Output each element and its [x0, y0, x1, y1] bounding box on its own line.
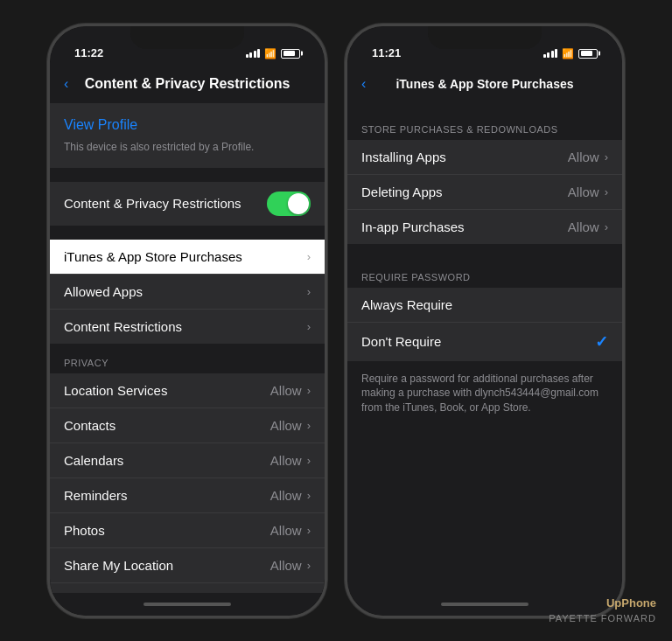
battery-icon — [578, 49, 598, 59]
battery-icon — [281, 49, 300, 59]
calendars-label: Calendars — [64, 453, 270, 468]
contacts-row[interactable]: Contacts Allow › — [50, 408, 325, 443]
signal-icon — [246, 49, 261, 58]
chevron-icon: › — [307, 454, 311, 467]
chevron-icon: › — [307, 489, 311, 502]
signal-icon — [543, 49, 558, 58]
watermark: UpPhone PAYETTE FORWARD — [549, 596, 656, 625]
installing-apps-value: Allow — [568, 150, 599, 164]
checkmark-icon: ✓ — [595, 332, 608, 352]
dont-require-label: Don't Require — [361, 334, 595, 349]
inapp-purchases-value: Allow — [568, 219, 599, 234]
toggle-knob — [288, 193, 309, 214]
allowed-apps-label: Allowed Apps — [64, 284, 307, 299]
main-items-group: iTunes & App Store Purchases › Allowed A… — [50, 240, 325, 344]
deleting-apps-value: Allow — [568, 185, 599, 199]
always-require-label: Always Require — [361, 297, 608, 312]
inapp-purchases-row[interactable]: In-app Purchases Allow › — [347, 210, 622, 244]
chevron-icon: › — [307, 419, 311, 432]
time-left: 11:22 — [74, 46, 103, 59]
share-location-label: Share My Location — [64, 558, 270, 573]
page-title-right: iTunes & App Store Purchases — [396, 77, 573, 91]
page-title-left: Content & Privacy Restrictions — [85, 76, 290, 92]
chevron-icon: › — [605, 185, 608, 199]
itunes-purchases-row[interactable]: iTunes & App Store Purchases › — [50, 240, 325, 275]
contacts-label: Contacts — [64, 418, 270, 433]
content-restrictions-label: Content Restrictions — [64, 319, 307, 334]
location-value: Allow — [270, 383, 302, 398]
chevron-icon: › — [307, 285, 311, 298]
calendars-row[interactable]: Calendars Allow › — [50, 443, 325, 478]
status-icons-right: 📶 — [543, 48, 598, 59]
restrictions-toggle[interactable] — [267, 192, 311, 216]
contacts-value: Allow — [270, 418, 302, 433]
wifi-icon: 📶 — [264, 48, 276, 59]
itunes-purchases-label: iTunes & App Store Purchases — [64, 249, 307, 264]
restrictions-toggle-row[interactable]: Content & Privacy Restrictions — [50, 182, 325, 226]
screen-right: 11:21 📶 ‹ — [347, 26, 622, 616]
location-label: Location Services — [64, 383, 270, 398]
wifi-icon: 📶 — [562, 48, 574, 59]
watermark-bottom: PAYETTE FORWARD — [549, 612, 656, 625]
back-button-left[interactable]: ‹ — [64, 76, 68, 92]
notch-left — [130, 26, 244, 49]
dont-require-row[interactable]: Don't Require ✓ — [347, 323, 622, 361]
phone-left: 11:22 📶 ‹ — [47, 24, 327, 618]
chevron-icon: › — [307, 384, 311, 397]
deleting-apps-row[interactable]: Deleting Apps Allow › — [347, 175, 622, 210]
photos-value: Allow — [270, 523, 302, 538]
chevron-icon: › — [307, 320, 311, 333]
chevron-back-icon: ‹ — [361, 76, 366, 92]
restrictions-label: Content & Privacy Restrictions — [64, 196, 267, 211]
back-button-right[interactable]: ‹ — [361, 76, 366, 92]
privacy-header: PRIVACY — [50, 344, 325, 373]
privacy-items-group: Location Services Allow › Contacts Allow… — [50, 373, 325, 593]
time-right: 11:21 — [372, 46, 401, 59]
installing-apps-row[interactable]: Installing Apps Allow › — [347, 140, 622, 175]
status-icons-left: 📶 — [246, 48, 301, 59]
profile-description: This device is also restricted by a Prof… — [64, 141, 254, 153]
installing-apps-label: Installing Apps — [361, 150, 568, 164]
screen-left: 11:22 📶 ‹ — [50, 26, 325, 616]
chevron-icon: › — [307, 524, 311, 537]
chevron-icon: › — [605, 220, 608, 233]
photos-row[interactable]: Photos Allow › — [50, 513, 325, 548]
share-location-value: Allow — [270, 558, 302, 573]
password-note: Require a password for additional purcha… — [347, 361, 622, 426]
content-restrictions-row[interactable]: Content Restrictions › — [50, 310, 325, 344]
phone-right: 11:21 📶 ‹ — [345, 24, 625, 618]
location-services-row[interactable]: Location Services Allow › — [50, 373, 325, 408]
settings-content-left: View Profile This device is also restric… — [50, 103, 325, 593]
calendars-value: Allow — [270, 453, 302, 468]
store-header: STORE PURCHASES & REDOWNLOADS — [347, 110, 622, 140]
bluetooth-sharing-row[interactable]: Bluetooth Sharing Allow › — [50, 583, 325, 593]
always-require-row[interactable]: Always Require — [347, 288, 622, 323]
settings-content-right: STORE PURCHASES & REDOWNLOADS Installing… — [347, 103, 622, 593]
home-indicator-left — [50, 593, 325, 616]
password-items-group: Always Require Don't Require ✓ — [347, 288, 622, 361]
reminders-label: Reminders — [64, 488, 270, 503]
share-location-row[interactable]: Share My Location Allow › — [50, 548, 325, 583]
chevron-icon: › — [307, 250, 311, 263]
view-profile-link[interactable]: View Profile — [64, 117, 311, 133]
reminders-value: Allow — [270, 488, 302, 503]
notch-right — [428, 26, 542, 49]
password-header: REQUIRE PASSWORD — [347, 258, 622, 288]
nav-bar-left: ‹ Content & Privacy Restrictions — [50, 65, 325, 103]
chevron-icon: › — [307, 559, 311, 572]
watermark-top: UpPhone — [549, 596, 656, 611]
profile-section: View Profile This device is also restric… — [50, 103, 325, 168]
inapp-purchases-label: In-app Purchases — [361, 219, 568, 234]
chevron-icon: › — [605, 150, 608, 164]
deleting-apps-label: Deleting Apps — [361, 185, 568, 199]
reminders-row[interactable]: Reminders Allow › — [50, 478, 325, 513]
nav-bar-right: ‹ iTunes & App Store Purchases — [347, 65, 622, 103]
photos-label: Photos — [64, 523, 270, 538]
allowed-apps-row[interactable]: Allowed Apps › — [50, 275, 325, 310]
store-items-group: Installing Apps Allow › Deleting Apps Al… — [347, 140, 622, 244]
chevron-back-icon: ‹ — [64, 76, 68, 92]
